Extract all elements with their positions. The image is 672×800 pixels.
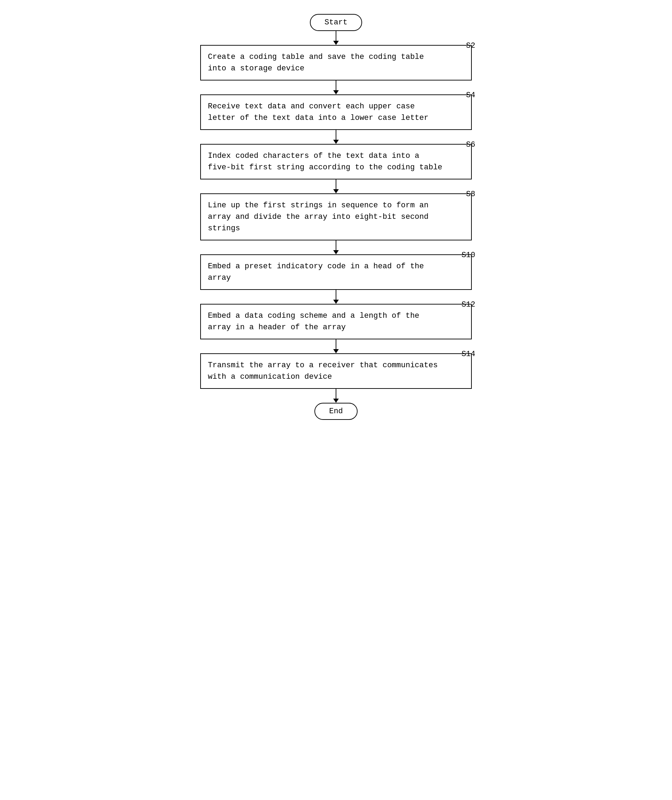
arrow-8 xyxy=(333,389,339,403)
step-s14-label: S14 xyxy=(461,350,475,359)
step-s10-text: Embed a preset indicatory code in a head… xyxy=(208,262,424,282)
step-s8-wrapper: S8 Line up the first strings in sequence… xyxy=(200,193,472,240)
step-s8-box: Line up the first strings in sequence to… xyxy=(200,193,472,240)
end-terminal: End xyxy=(314,403,358,420)
step-s10-wrapper: S10 Embed a preset indicatory code in a … xyxy=(200,254,472,290)
start-terminal: Start xyxy=(310,14,362,31)
step-s2-text: Create a coding table and save the codin… xyxy=(208,53,424,73)
arrow-6 xyxy=(333,290,339,304)
flowchart: Start S2 Create a coding table and save … xyxy=(200,14,472,420)
arrow-3 xyxy=(333,130,339,144)
step-s10-box: Embed a preset indicatory code in a head… xyxy=(200,254,472,290)
step-s10-label: S10 xyxy=(461,251,475,260)
arrow-5 xyxy=(333,240,339,254)
step-s14-box: Transmit the array to a receiver that co… xyxy=(200,353,472,389)
step-s6-box: Index coded characters of the text data … xyxy=(200,144,472,180)
step-s4-text: Receive text data and convert each upper… xyxy=(208,102,429,122)
step-s12-box: Embed a data coding scheme and a length … xyxy=(200,304,472,339)
step-s8-label: S8 xyxy=(466,190,475,199)
step-s2-box: Create a coding table and save the codin… xyxy=(200,45,472,80)
step-s12-text: Embed a data coding scheme and a length … xyxy=(208,311,419,332)
step-s12-wrapper: S12 Embed a data coding scheme and a len… xyxy=(200,304,472,339)
step-s6-label: S6 xyxy=(466,140,475,149)
arrow-2 xyxy=(333,80,339,95)
arrow-1 xyxy=(333,31,339,45)
arrow-7 xyxy=(333,339,339,353)
step-s2-wrapper: S2 Create a coding table and save the co… xyxy=(200,45,472,80)
step-s12-label: S12 xyxy=(461,300,475,309)
step-s4-box: Receive text data and convert each upper… xyxy=(200,95,472,130)
step-s14-wrapper: S14 Transmit the array to a receiver tha… xyxy=(200,353,472,389)
step-s6-text: Index coded characters of the text data … xyxy=(208,152,442,172)
step-s14-text: Transmit the array to a receiver that co… xyxy=(208,361,438,381)
step-s4-wrapper: S4 Receive text data and convert each up… xyxy=(200,95,472,130)
arrow-4 xyxy=(333,180,339,193)
step-s2-label: S2 xyxy=(466,42,475,50)
step-s6-wrapper: S6 Index coded characters of the text da… xyxy=(200,144,472,180)
step-s8-text: Line up the first strings in sequence to… xyxy=(208,201,429,233)
step-s4-label: S4 xyxy=(466,91,475,99)
